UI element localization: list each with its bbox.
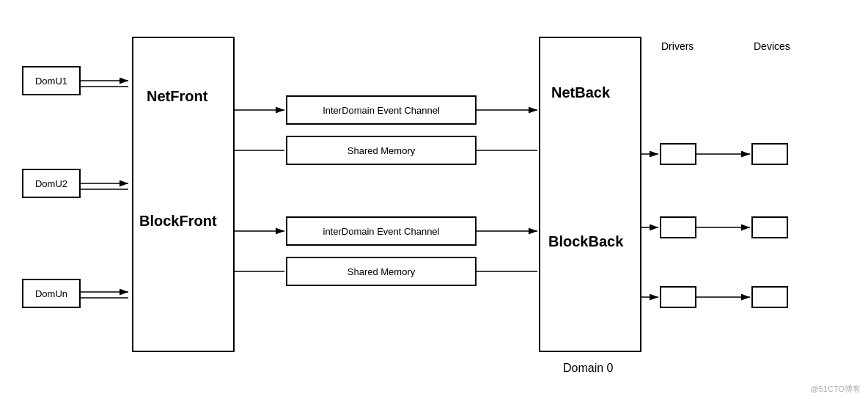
devices-label: Devices <box>754 40 790 52</box>
domun-box: DomUn <box>22 279 81 308</box>
domun-label: DomUn <box>35 288 67 299</box>
shared-memory-2-box: Shared Memory <box>286 257 477 286</box>
netback-label: NetBack <box>551 84 610 101</box>
domu1-label: DomU1 <box>35 76 67 87</box>
domu1-box: DomU1 <box>22 66 81 95</box>
blockback-label: BlockBack <box>548 233 623 250</box>
interdomain-event-1-box: InterDomain Event Channel <box>286 95 477 125</box>
domu2-box: DomU2 <box>22 169 81 198</box>
interdomain-event-2-label: interDomain Event Channel <box>323 226 440 237</box>
device3-box <box>751 286 788 308</box>
interdomain-event-1-label: InterDomain Event Channel <box>323 105 440 116</box>
watermark: @51CTO博客 <box>811 384 861 395</box>
shared-memory-2-label: Shared Memory <box>347 266 415 277</box>
blockfront-label: BlockFront <box>139 213 217 230</box>
driver2-box <box>660 216 696 238</box>
shared-memory-1-box: Shared Memory <box>286 136 477 165</box>
drivers-label: Drivers <box>661 40 694 52</box>
domu2-label: DomU2 <box>35 178 67 189</box>
device1-box <box>751 143 788 165</box>
driver1-box <box>660 143 696 165</box>
diagram: DomU1 DomU2 DomUn NetFront BlockFront In… <box>0 0 868 402</box>
frontend-block <box>132 37 235 352</box>
domain0-label: Domain 0 <box>563 362 613 375</box>
arrows-svg <box>0 0 868 402</box>
device2-box <box>751 216 788 238</box>
driver3-box <box>660 286 696 308</box>
netfront-label: NetFront <box>147 88 207 105</box>
interdomain-event-2-box: interDomain Event Channel <box>286 216 477 246</box>
shared-memory-1-label: Shared Memory <box>347 145 415 156</box>
